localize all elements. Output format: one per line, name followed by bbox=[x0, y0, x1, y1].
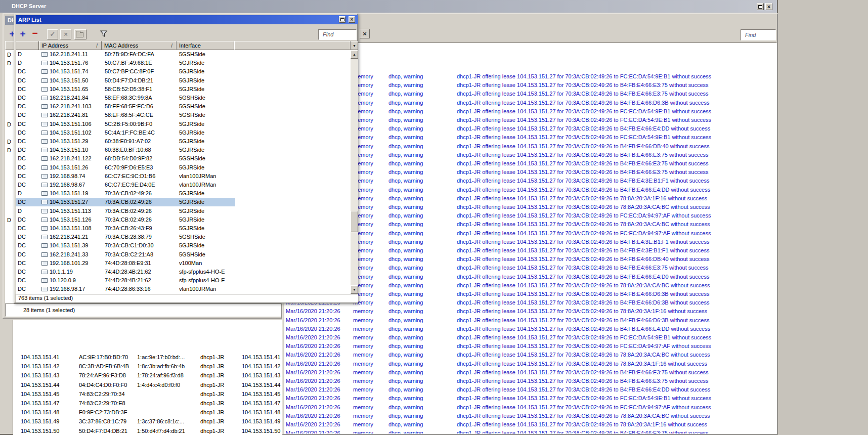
log-row[interactable]: Mar/16/2020 21:20:26memorydhcp, warningd… bbox=[284, 429, 776, 434]
arp-flags: DC bbox=[18, 120, 40, 128]
arp-row[interactable]: DC10.120.0.974:4D:28:4B:21:62sfp-sfpplus… bbox=[16, 276, 235, 285]
lease-row[interactable]: 104.153.151.41AC:9E:17:B0:BD:701:ac:9e:1… bbox=[13, 353, 282, 362]
log-topics: dhcp, warning bbox=[388, 273, 454, 281]
arp-row[interactable]: DC104.153.151.12670:3A:CB:02:49:265GJRSi… bbox=[16, 215, 235, 224]
arp-enable-button[interactable]: ✓ bbox=[47, 29, 58, 39]
arp-add-button[interactable]: + bbox=[18, 29, 28, 39]
lease-row[interactable]: 104.153.151.4574:83:C2:29:70:34dhcp1-JR1… bbox=[13, 390, 282, 399]
column-flags[interactable] bbox=[16, 41, 39, 50]
arp-mac: 70:3A:CB:02:49:26 bbox=[105, 215, 177, 224]
log-row[interactable]: Mar/16/2020 21:20:26memorydhcp, warningd… bbox=[284, 368, 776, 377]
scroll-up-button[interactable]: ▲ bbox=[351, 50, 358, 59]
log-row[interactable]: Mar/16/2020 21:20:26memorydhcp, warningd… bbox=[284, 377, 776, 385]
arp-mac: 60:38:E0:91:A7:02 bbox=[105, 137, 177, 146]
dhcp-server-titlebar[interactable]: DHCP Server × bbox=[0, 0, 777, 13]
log-clear-button[interactable]: × bbox=[360, 29, 370, 38]
log-row[interactable]: Mar/16/2020 21:20:26memorydhcp, warningd… bbox=[284, 325, 776, 333]
log-row[interactable]: Mar/16/2020 21:20:26memorydhcp, warningd… bbox=[284, 385, 776, 394]
arp-list[interactable]: D162.218.241.1150:7B:9D:FA:DC:FA5GSHSide… bbox=[16, 50, 351, 294]
arp-row[interactable]: DC162.218.241.8458:EF:68:3C:99:8A5GSHSid… bbox=[16, 94, 235, 102]
log-buffer: memory bbox=[353, 298, 387, 307]
log-find-input[interactable]: Find bbox=[741, 29, 776, 40]
arp-row[interactable]: DC162.218.241.2170:3A:CB:28:38:795GSHSid… bbox=[16, 233, 235, 241]
arp-row[interactable]: DC192.168.101.2974:4D:28:08:E9:31v100Man bbox=[16, 259, 235, 268]
log-message: dhcp1-JR offering lease 104.153.151.27 f… bbox=[457, 194, 775, 203]
arp-row[interactable]: DC104.153.151.266C:70:9F:D6:E5:E35GJRSid… bbox=[16, 163, 235, 172]
arp-row[interactable]: DC104.153.151.10870:3A:CB:26:43:F95GJRSi… bbox=[16, 224, 235, 233]
arp-row[interactable]: DC104.153.151.7450:C7:BF:CC:8F:0F5GJRSid… bbox=[16, 67, 235, 76]
log-row[interactable]: Mar/16/2020 21:20:26memorydhcp, warningd… bbox=[284, 360, 776, 368]
close-button[interactable]: × bbox=[765, 3, 772, 10]
log-row[interactable]: Mar/16/2020 21:20:26memorydhcp, warningd… bbox=[284, 412, 776, 420]
arp-row[interactable]: D162.218.241.1150:7B:9D:FA:DC:FA5GSHSide bbox=[16, 50, 235, 59]
arp-row[interactable]: DC192.168.98.676C:C7:EC:9E:D4:0Evlan100J… bbox=[16, 181, 235, 189]
log-buffer: memory bbox=[353, 351, 387, 359]
log-row[interactable]: Mar/16/2020 21:20:26memorydhcp, warningd… bbox=[284, 333, 776, 342]
arp-row[interactable]: DC104.153.151.3970:3A:CB:C1:D0:305GJRSid… bbox=[16, 241, 235, 250]
arp-maximize-button[interactable] bbox=[339, 16, 345, 23]
arp-disable-button[interactable]: × bbox=[60, 29, 71, 39]
log-row[interactable]: Mar/16/2020 21:20:26memorydhcp, warningd… bbox=[284, 307, 776, 316]
arp-interface: 5GJRSide bbox=[179, 76, 249, 85]
arp-find-input[interactable]: Find bbox=[318, 29, 357, 40]
arp-row[interactable]: D104.153.151.1970:3A:CB:02:49:265GJRSide bbox=[16, 189, 235, 198]
column-filler bbox=[234, 41, 351, 50]
arp-row[interactable]: DC104.153.151.1025C:4A:1F:FC:BE:4C5GJRSi… bbox=[16, 128, 235, 137]
leases-table[interactable]: 104.153.151.41AC:9E:17:B0:BD:701:ac:9e:1… bbox=[13, 320, 282, 435]
log-time: Mar/16/2020 21:20:26 bbox=[286, 351, 353, 359]
column-menu-button[interactable]: ▼ bbox=[351, 41, 358, 50]
arp-close-button[interactable]: × bbox=[349, 16, 355, 23]
log-row[interactable]: Mar/16/2020 21:20:26memorydhcp, warningd… bbox=[284, 316, 776, 325]
arp-ip: 10.1.1.19 bbox=[50, 268, 102, 276]
lease-client-id: 1:8c:3b:ad:fb:6b:4b bbox=[137, 362, 199, 371]
arp-row[interactable]: DC162.218.241.8158:EF:68:5F:4C:CE5GSHSid… bbox=[16, 111, 235, 119]
arp-flags: D bbox=[18, 50, 40, 59]
log-message: dhcp1-JR offering lease 104.153.151.27 f… bbox=[457, 246, 775, 255]
arp-titlebar[interactable]: ARP List bbox=[16, 15, 358, 24]
arp-row[interactable]: DC104.153.151.1065C:2B:F5:00:9B:F05GJRSi… bbox=[16, 120, 235, 128]
column-mac-address[interactable]: MAC Address / bbox=[102, 41, 177, 50]
scroll-down-button[interactable]: ▼ bbox=[351, 285, 358, 294]
arp-flags: D bbox=[18, 59, 40, 67]
arp-entry-icon bbox=[41, 183, 48, 187]
log-buffer: memory bbox=[353, 429, 387, 434]
arp-row[interactable]: DC162.218.241.3370:3A:CB:C2:21:A85GSHSid… bbox=[16, 250, 235, 259]
lease-row[interactable]: 104.153.151.493C:37:86:C8:1C:791:3c:37:8… bbox=[13, 417, 282, 426]
restore-button[interactable] bbox=[757, 3, 764, 10]
lease-row[interactable]: 104.153.151.4774:83:C2:29:70:E8dhcp1-JR1… bbox=[13, 399, 282, 408]
log-row[interactable]: Mar/16/2020 21:20:26memorydhcp, warningd… bbox=[284, 403, 776, 412]
log-row[interactable]: Mar/16/2020 21:20:26memorydhcp, warningd… bbox=[284, 420, 776, 429]
lease-row[interactable]: 104.153.151.48F0:9F:C2:73:DB:3Fdhcp1-JR1… bbox=[13, 408, 282, 417]
arp-row[interactable]: D104.153.151.11370:3A:CB:02:49:265GJRSid… bbox=[16, 207, 235, 215]
arp-row[interactable]: DC10.1.1.1974:4D:28:4B:21:62sfp-sfpplus4… bbox=[16, 268, 235, 276]
arp-row[interactable]: DC192.168.98.1774:4D:28:86:33:16vlan100J… bbox=[16, 285, 235, 293]
lease-row[interactable]: 104.153.151.4404:D4:C4:D0:F0:F01:4:d4:c4… bbox=[13, 381, 282, 390]
arp-list-window: ARP List × + − ✓ × Find bbox=[14, 13, 358, 303]
arp-remove-button[interactable]: − bbox=[30, 29, 40, 39]
log-time: Mar/16/2020 21:20:26 bbox=[286, 368, 353, 377]
arp-filter-button[interactable] bbox=[99, 30, 109, 40]
arp-row[interactable]: DC104.153.151.6558:CB:52:D5:38:F15GJRSid… bbox=[16, 85, 235, 94]
arp-row[interactable]: DC192.168.98.746C:C7:EC:9C:D1:B6vlan100J… bbox=[16, 172, 235, 181]
arp-comment-button[interactable] bbox=[74, 29, 86, 39]
arp-row[interactable]: DC104.153.151.2770:3A:CB:02:49:265GJRSid… bbox=[16, 198, 235, 206]
arp-scrollbar[interactable]: ▲ ▼ bbox=[351, 50, 358, 294]
lease-row[interactable]: 104.153.151.4378:24:AF:96:F3:D81:78:24:a… bbox=[13, 371, 282, 380]
arp-row[interactable]: DC162.218.241.10358:EF:68:5E:FC:D65GSHSi… bbox=[16, 102, 235, 111]
log-topics: dhcp, warning bbox=[388, 99, 454, 107]
log-message: dhcp1-JR offering lease 104.153.151.27 f… bbox=[457, 81, 775, 90]
log-row[interactable]: Mar/16/2020 21:20:26memorydhcp, warningd… bbox=[284, 351, 776, 359]
lease-row[interactable]: 104.153.151.428C:3B:AD:FB:6B:4B1:8c:3b:a… bbox=[13, 362, 282, 371]
arp-row[interactable]: DC104.153.151.5050:D4:F7:D4:DB:215GJRSid… bbox=[16, 76, 235, 85]
log-row[interactable]: Mar/16/2020 21:20:26memorydhcp, warningd… bbox=[284, 342, 776, 351]
column-interface[interactable]: Interface bbox=[177, 41, 234, 50]
log-topics: dhcp, warning bbox=[388, 211, 454, 220]
arp-row[interactable]: DC162.218.241.12268:DB:54:D0:9F:825GSHSi… bbox=[16, 154, 235, 163]
scrollbar-thumb[interactable] bbox=[351, 211, 358, 232]
arp-row[interactable]: DC104.153.151.1060:38:E0:BF:10:685GJRSid… bbox=[16, 146, 235, 154]
arp-row[interactable]: D104.153.151.7650:C7:BF:49:68:1E5GJRSide bbox=[16, 59, 235, 67]
lease-row[interactable]: 104.153.151.5050:D4:F7:D4:DB:211:50:d4:f… bbox=[13, 427, 282, 435]
column-ip-address[interactable]: IP Address / bbox=[39, 41, 102, 50]
arp-row[interactable]: DC104.153.151.2960:38:E0:91:A7:025GJRSid… bbox=[16, 137, 235, 146]
log-row[interactable]: Mar/16/2020 21:20:26memorydhcp, warningd… bbox=[284, 394, 776, 403]
